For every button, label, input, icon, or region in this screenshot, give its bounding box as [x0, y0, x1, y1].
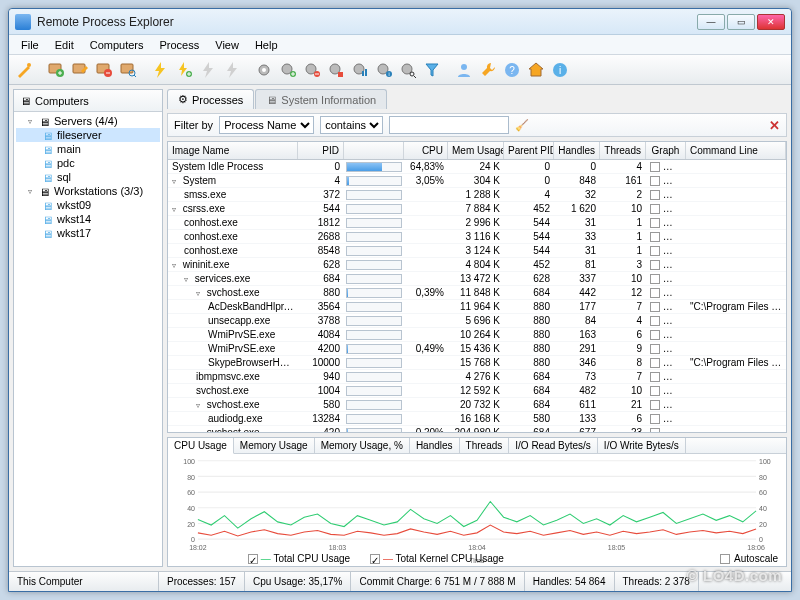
tree-item[interactable]: 🖥main — [16, 142, 160, 156]
menu-help[interactable]: Help — [247, 37, 286, 53]
close-button[interactable]: ✕ — [757, 14, 785, 30]
wand-icon[interactable] — [13, 59, 35, 81]
menu-process[interactable]: Process — [152, 37, 208, 53]
gear-stop-icon[interactable] — [325, 59, 347, 81]
table-row[interactable]: ▿ services.exe68413 472 K62833710 — [168, 272, 786, 286]
chart-tab[interactable]: I/O Read Bytes/s — [509, 438, 598, 453]
menu-computers[interactable]: Computers — [82, 37, 152, 53]
column-header[interactable]: Command Line — [686, 142, 786, 159]
column-header[interactable]: Parent PID — [504, 142, 554, 159]
table-row[interactable]: conhost.exe26883 116 K544331 — [168, 230, 786, 244]
menu-view[interactable]: View — [207, 37, 247, 53]
bolt-add-icon[interactable] — [173, 59, 195, 81]
gear1-icon[interactable] — [253, 59, 275, 81]
chart-tab[interactable]: I/O Write Bytes/s — [598, 438, 686, 453]
find-computer-icon[interactable] — [117, 59, 139, 81]
chart-tab[interactable]: Memory Usage — [234, 438, 315, 453]
wrench-icon[interactable] — [477, 59, 499, 81]
chart-tab[interactable]: Memory Usage, % — [315, 438, 410, 453]
maximize-button[interactable]: ▭ — [727, 14, 755, 30]
about-icon[interactable]: i — [549, 59, 571, 81]
tree-group[interactable]: ▿🖥Workstations (3/3) — [16, 184, 160, 198]
table-row[interactable]: SkypeBrowserHost.exe1000015 768 K8803468… — [168, 356, 786, 370]
help-icon[interactable]: ? — [501, 59, 523, 81]
column-header[interactable]: Handles — [554, 142, 600, 159]
svg-text:20: 20 — [187, 519, 195, 529]
table-row[interactable]: smss.exe3721 288 K4322 — [168, 188, 786, 202]
filter-field-select[interactable]: Process Name — [219, 116, 314, 134]
sidebar: 🖥 Computers ▿🖥Servers (4/4)🖥fileserver🖥m… — [13, 89, 163, 567]
bolt-dim1-icon[interactable] — [197, 59, 219, 81]
svg-text:80: 80 — [187, 472, 195, 482]
computers-tree[interactable]: ▿🖥Servers (4/4)🖥fileserver🖥main🖥pdc🖥sql▿… — [14, 112, 162, 566]
gear-search-icon[interactable] — [397, 59, 419, 81]
table-row[interactable]: conhost.exe85483 124 K544311 — [168, 244, 786, 258]
delete-computer-icon[interactable] — [93, 59, 115, 81]
table-row[interactable]: ▿ svchost.exe4200,20%204 980 K68467723 — [168, 426, 786, 432]
table-row[interactable]: unsecapp.exe37885 696 K880844 — [168, 314, 786, 328]
tree-item[interactable]: 🖥wkst17 — [16, 226, 160, 240]
table-row[interactable]: ▿ svchost.exe8800,39%11 848 K68444212 — [168, 286, 786, 300]
column-header[interactable]: Graph — [646, 142, 686, 159]
tree-item[interactable]: 🖥fileserver — [16, 128, 160, 142]
main-area: ⚙Processes🖥System Information Filter by … — [167, 89, 787, 567]
menu-edit[interactable]: Edit — [47, 37, 82, 53]
tree-item[interactable]: 🖥wkst14 — [16, 212, 160, 226]
table-row[interactable]: AcDeskBandHlpr.exe356411 964 K8801777 "C… — [168, 300, 786, 314]
table-row[interactable]: WmiPrvSE.exe408410 264 K8801636 — [168, 328, 786, 342]
column-header[interactable]: PID — [298, 142, 344, 159]
table-row[interactable]: System Idle Process064,83%24 K004 — [168, 160, 786, 174]
tab-processes[interactable]: ⚙Processes — [167, 89, 254, 109]
grid-body[interactable]: System Idle Process064,83%24 K004 ▿ Syst… — [168, 160, 786, 432]
table-row[interactable]: ibmpmsvc.exe9404 276 K684737 — [168, 370, 786, 384]
broom-icon[interactable]: 🧹 — [515, 119, 529, 132]
edit-computer-icon[interactable] — [69, 59, 91, 81]
column-header[interactable]: Threads — [600, 142, 646, 159]
app-window: Remote Process Explorer — ▭ ✕ FileEditCo… — [8, 8, 792, 592]
filter-operator-select[interactable]: contains — [320, 116, 383, 134]
sidebar-tab-computers[interactable]: 🖥 Computers — [14, 90, 162, 112]
table-row[interactable]: svchost.exe100412 592 K68448210 — [168, 384, 786, 398]
tree-group[interactable]: ▿🖥Servers (4/4) — [16, 114, 160, 128]
app-icon — [15, 14, 31, 30]
filter-close-icon[interactable]: ✕ — [769, 118, 780, 133]
column-header[interactable]: Image Name — [168, 142, 298, 159]
menu-file[interactable]: File — [13, 37, 47, 53]
tree-item[interactable]: 🖥wkst09 — [16, 198, 160, 212]
user-icon[interactable] — [453, 59, 475, 81]
column-header[interactable]: CPU — [404, 142, 448, 159]
chart-tab[interactable]: Threads — [460, 438, 510, 453]
gear-add-icon[interactable] — [277, 59, 299, 81]
gear-info-icon[interactable]: i — [373, 59, 395, 81]
column-header[interactable]: Mem Usage — [448, 142, 504, 159]
status-cpu: Cpu Usage: 35,17% — [245, 572, 352, 591]
chart-tab[interactable]: CPU Usage — [168, 438, 234, 454]
home-icon[interactable] — [525, 59, 547, 81]
titlebar[interactable]: Remote Process Explorer — ▭ ✕ — [9, 9, 791, 35]
table-row[interactable]: ▿ csrss.exe5447 884 K4521 62010 — [168, 202, 786, 216]
add-computer-icon[interactable] — [45, 59, 67, 81]
table-row[interactable]: audiodg.exe1328416 168 K5801336 — [168, 412, 786, 426]
funnel-icon[interactable] — [421, 59, 443, 81]
gear-del-icon[interactable] — [301, 59, 323, 81]
tree-item[interactable]: 🖥pdc — [16, 156, 160, 170]
gear-chart-icon[interactable] — [349, 59, 371, 81]
status-processes: Processes: 157 — [159, 572, 245, 591]
table-row[interactable]: WmiPrvSE.exe42000,49%15 436 K8802919 — [168, 342, 786, 356]
bolt-dim2-icon[interactable] — [221, 59, 243, 81]
filter-input[interactable] — [389, 116, 509, 134]
bolt1-icon[interactable] — [149, 59, 171, 81]
minimize-button[interactable]: — — [697, 14, 725, 30]
status-handles: Handles: 54 864 — [525, 572, 615, 591]
column-header[interactable] — [344, 142, 404, 159]
table-row[interactable]: ▿ System43,05%304 K0848161 — [168, 174, 786, 188]
autoscale-control[interactable]: Autoscale — [720, 553, 778, 564]
legend-total-checkbox[interactable]: ✓ — [248, 554, 258, 564]
table-row[interactable]: conhost.exe18122 996 K544311 — [168, 216, 786, 230]
table-row[interactable]: ▿ svchost.exe58020 732 K68461121 — [168, 398, 786, 412]
table-row[interactable]: ▿ wininit.exe6284 804 K452813 — [168, 258, 786, 272]
tree-item[interactable]: 🖥sql — [16, 170, 160, 184]
legend-kernel-checkbox[interactable]: ✓ — [370, 554, 380, 564]
tab-system-information[interactable]: 🖥System Information — [255, 89, 387, 109]
chart-tab[interactable]: Handles — [410, 438, 460, 453]
